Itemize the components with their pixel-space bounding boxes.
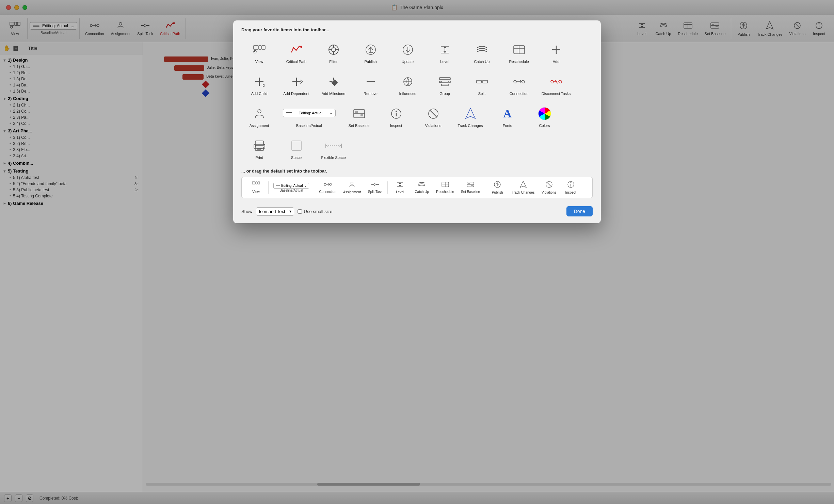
grid-item-disconnect-tasks[interactable]: Disconnect Tasks [538, 68, 574, 99]
db-reschedule-label: Reschedule [436, 190, 454, 194]
db-assignment-label: Assignment [343, 190, 361, 194]
svg-rect-96 [252, 182, 255, 184]
db-inspect-label: Inspect [565, 191, 576, 194]
grid-item-group[interactable]: Group [427, 68, 463, 99]
default-toolbar-preview[interactable]: View Editing: Actual ⌄ Baseline/Actual [241, 177, 593, 198]
db-connection-label: Connection [319, 190, 336, 194]
grid-group-label: Group [439, 91, 450, 96]
grid-catchup-icon [476, 42, 488, 57]
small-size-checkbox[interactable] [298, 209, 302, 214]
svg-point-76 [258, 110, 261, 113]
db-violations-icon [545, 181, 553, 190]
grid-publish-icon [365, 42, 377, 57]
grid-item-filter[interactable]: Filter [316, 36, 351, 67]
svg-rect-98 [258, 182, 260, 184]
grid-connection-label: Connection [510, 91, 529, 96]
svg-rect-64 [442, 84, 448, 86]
grid-critical-path-label: Critical Path [286, 59, 306, 64]
svg-rect-63 [449, 81, 450, 83]
grid-item-update[interactable]: Update [390, 36, 426, 67]
db-assignment-icon [349, 181, 355, 190]
grid-item-add[interactable]: Add [538, 36, 574, 67]
drag-hint-text: Drag your favorite items into the toolba… [241, 27, 593, 32]
grid-item-flexible-space[interactable]: Flexible Space [316, 132, 351, 163]
grid-inspect-icon [390, 106, 402, 121]
db-view-icon [252, 181, 260, 189]
grid-item-connection[interactable]: Connection [501, 68, 537, 99]
modal-footer: Show Icon and Text Icon Only Text Only U… [241, 204, 593, 216]
grid-item-assignment[interactable]: Assignment [241, 100, 277, 131]
show-select[interactable]: Icon and Text Icon Only Text Only [256, 207, 294, 216]
grid-group-icon [439, 74, 451, 89]
grid-level-icon [439, 42, 450, 57]
db-sep1 [268, 181, 269, 194]
grid-catchup-label: Catch Up [474, 59, 490, 64]
db-inspect: Inspect [561, 180, 581, 195]
svg-rect-114 [471, 185, 473, 186]
grid-item-add-child[interactable]: Add Child [241, 68, 277, 99]
svg-point-71 [551, 80, 554, 83]
grid-item-publish[interactable]: Publish [353, 36, 388, 67]
db-set-baseline-icon [467, 181, 474, 189]
grid-item-remove[interactable]: Remove [353, 68, 388, 99]
grid-item-catchup[interactable]: Catch Up [464, 36, 500, 67]
grid-item-inspect[interactable]: Inspect [378, 100, 414, 131]
svg-rect-92 [292, 141, 301, 150]
grid-item-space[interactable]: Space [278, 132, 314, 163]
grid-item-add-milestone[interactable]: Add Milestone [316, 68, 351, 99]
db-sep2 [314, 181, 314, 194]
grid-add-icon [550, 42, 562, 57]
grid-fonts-label: Fonts [503, 123, 512, 128]
grid-item-split[interactable]: Split [464, 68, 500, 99]
grid-baseline-dropdown[interactable]: Editing: Actual ⌄ [283, 109, 336, 117]
grid-item-colors[interactable]: Colors [527, 100, 562, 131]
db-level: Level [390, 180, 410, 195]
svg-rect-62 [439, 81, 441, 83]
db-sep3 [387, 181, 388, 194]
grid-item-view[interactable]: View [241, 36, 277, 67]
grid-item-violations[interactable]: Violations [415, 100, 451, 131]
grid-item-influences[interactable]: Influences [390, 68, 426, 99]
grid-item-baseline-actual[interactable]: Editing: Actual ⌄ Baseline/Actual [278, 100, 340, 131]
svg-rect-29 [254, 46, 258, 49]
grid-item-print[interactable]: Print [241, 132, 277, 163]
db-level-label: Level [396, 190, 404, 194]
db-catchup-label: Catch Up [415, 190, 429, 194]
grid-add-label: Add [553, 59, 560, 64]
db-inspect-icon [567, 181, 575, 190]
grid-add-child-label: Add Child [251, 91, 268, 96]
db-baseline-dropdown[interactable]: Editing: Actual ⌄ [273, 183, 309, 189]
grid-item-reschedule[interactable]: Reschedule [501, 36, 537, 67]
grid-add-milestone-label: Add Milestone [322, 91, 346, 96]
grid-violations-label: Violations [425, 123, 442, 128]
grid-publish-label: Publish [364, 59, 376, 64]
grid-inspect-label: Inspect [390, 123, 402, 128]
grid-baseline-actual-icon: Editing: Actual ⌄ [283, 106, 336, 121]
grid-set-baseline-label: Set Baseline [349, 123, 370, 128]
grid-add-dependent-label: Add Dependent [283, 91, 309, 96]
db-split-task-icon [371, 181, 379, 189]
svg-rect-66 [483, 80, 487, 83]
grid-item-fonts[interactable]: A Fonts [490, 100, 525, 131]
grid-item-critical-path[interactable]: Critical Path [278, 36, 314, 67]
grid-flexible-space-icon [325, 138, 342, 153]
grid-space-icon [290, 138, 303, 153]
grid-item-add-dependent[interactable]: Add Dependent [278, 68, 314, 99]
color-wheel [538, 107, 551, 120]
done-button[interactable]: Done [566, 206, 593, 216]
grid-reschedule-label: Reschedule [509, 59, 529, 64]
db-assignment: Assignment [340, 180, 364, 195]
grid-flexible-space-label: Flexible Space [321, 155, 346, 160]
grid-add-milestone-icon [327, 74, 340, 89]
svg-rect-33 [254, 51, 255, 52]
db-violations: Violations [539, 180, 559, 195]
baseline-line [286, 112, 292, 113]
grid-fonts-icon: A [503, 106, 512, 121]
grid-print-icon [253, 138, 266, 153]
grid-track-changes-icon [465, 106, 476, 121]
grid-item-track-changes[interactable]: Track Changes [452, 100, 488, 131]
grid-item-set-baseline[interactable]: Set Baseline [341, 100, 377, 131]
grid-item-level[interactable]: Level [427, 36, 463, 67]
svg-point-68 [514, 80, 516, 83]
db-reschedule-icon [442, 181, 449, 189]
